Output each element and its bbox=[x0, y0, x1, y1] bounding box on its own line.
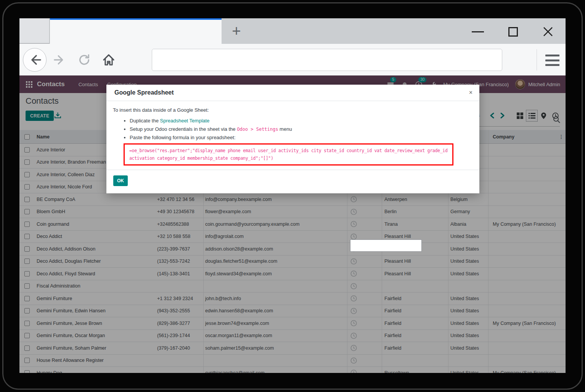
dialog-title: Google Spreadsheet bbox=[114, 89, 174, 96]
menu-button[interactable] bbox=[544, 54, 561, 67]
tab-stub[interactable] bbox=[19, 18, 50, 43]
back-icon bbox=[28, 53, 42, 67]
close-icon bbox=[542, 26, 554, 37]
step-credentials: Setup your Odoo credentials in the sheet… bbox=[130, 126, 471, 132]
ok-button[interactable]: OK bbox=[113, 175, 128, 186]
minimize-icon bbox=[472, 31, 484, 32]
active-tab[interactable] bbox=[50, 18, 222, 44]
screen: + bbox=[0, 0, 585, 392]
toolbar-divider bbox=[537, 49, 537, 71]
odoo-settings-path: Odoo > Settings bbox=[237, 127, 278, 132]
reload-icon bbox=[78, 53, 91, 66]
menu-icon bbox=[545, 55, 559, 56]
home-button[interactable] bbox=[100, 51, 117, 68]
dialog-intro: To insert this data inside of a Google S… bbox=[113, 107, 471, 113]
dialog-close-button[interactable]: × bbox=[469, 90, 472, 96]
spreadsheet-template-link[interactable]: Spreadsheet Template bbox=[160, 118, 210, 124]
maximize-button[interactable] bbox=[505, 26, 521, 37]
tab-strip: + bbox=[19, 18, 566, 44]
forward-button[interactable] bbox=[51, 51, 68, 68]
google-spreadsheet-dialog: Google Spreadsheet × To insert this data… bbox=[106, 85, 479, 193]
browser-window: + bbox=[19, 18, 566, 373]
step-duplicate: Duplicate the Spreadsheet Template bbox=[130, 118, 471, 124]
reload-button[interactable] bbox=[76, 51, 93, 68]
browser-toolbar bbox=[19, 44, 566, 76]
dialog-steps: Duplicate the Spreadsheet Template Setup… bbox=[113, 118, 471, 140]
close-window-button[interactable] bbox=[540, 26, 556, 37]
url-input[interactable] bbox=[152, 49, 502, 71]
step-paste-formula: Paste the following formula in your spre… bbox=[130, 135, 471, 140]
minimize-button[interactable] bbox=[469, 26, 486, 37]
new-tab-button[interactable]: + bbox=[228, 22, 245, 40]
maximize-icon bbox=[508, 27, 518, 37]
floating-input-box[interactable] bbox=[350, 239, 422, 252]
tab-accent-line bbox=[50, 18, 222, 20]
formula-code-box: =oe_browse("res.partner";"display_name p… bbox=[124, 143, 453, 165]
forward-icon bbox=[53, 53, 66, 66]
back-button[interactable] bbox=[23, 48, 47, 72]
home-icon bbox=[102, 53, 116, 67]
